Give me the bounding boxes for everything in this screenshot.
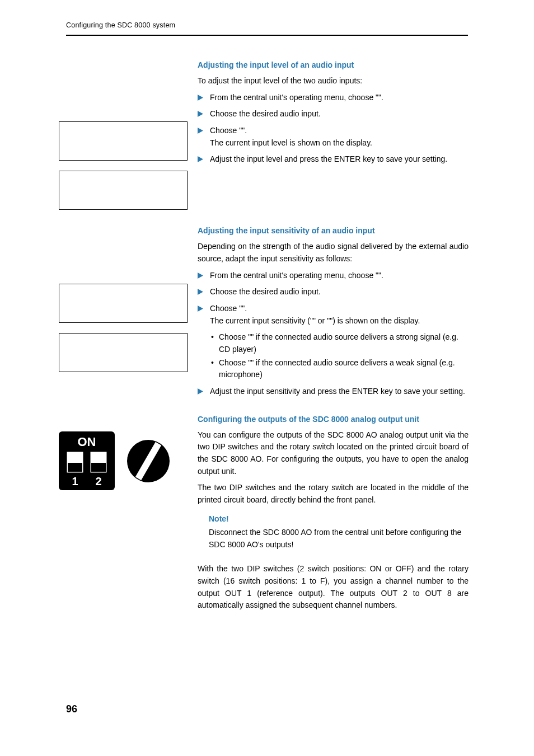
dip-rotary-svg: ON 1 2 0 1 2 3 4 5 6 7 8 9 A B C (59, 426, 182, 499)
step-item: Choose "".The current input sensitivity … (198, 303, 469, 327)
display-placeholder-4 (59, 333, 188, 372)
step-arrow-icon (198, 108, 210, 120)
bullet-icon: • (211, 331, 219, 355)
section-title-input-sensitivity: Adjusting the input sensitivity of an au… (198, 226, 469, 235)
step-item: Choose the desired audio input. (198, 108, 469, 120)
intro-text: To adjust the input level of the two aud… (198, 75, 469, 87)
svg-text:7: 7 (157, 481, 161, 490)
svg-text:E: E (127, 438, 132, 446)
step-arrow-icon (198, 92, 210, 104)
svg-rect-3 (68, 463, 82, 472)
section-title-input-level: Adjusting the input level of an audio in… (198, 60, 469, 69)
dip-on-label: ON (78, 435, 96, 449)
paragraph: You can configure the outputs of the SDC… (198, 429, 469, 478)
sub-text: Choose "" if the connected audio source … (219, 331, 469, 355)
step-item: From the central unit's operating menu, … (198, 92, 469, 104)
step-item: From the central unit's operating menu, … (198, 270, 469, 282)
step-text: Choose "".The current input level is sho… (210, 125, 469, 149)
step-arrow-icon (198, 153, 210, 166)
paragraph: The two DIP switches and the rotary swit… (198, 482, 469, 506)
svg-text:3: 3 (171, 446, 175, 454)
step-text: Choose the desired audio input. (210, 286, 469, 298)
step-text: Choose the desired audio input. (210, 108, 469, 120)
step-arrow-icon (198, 125, 210, 149)
step-arrow-icon (198, 386, 210, 398)
svg-text:C: C (119, 456, 124, 464)
display-placeholder-2 (59, 171, 188, 210)
step-arrow-icon (198, 303, 210, 327)
paragraph: With the two DIP switches (2 switch posi… (198, 563, 469, 612)
intro-text: Depending on the strength of the audio s… (198, 241, 469, 265)
svg-text:8: 8 (146, 483, 150, 491)
dip-label-2: 2 (95, 475, 101, 487)
svg-text:0: 0 (146, 429, 150, 438)
page-number: 96 (66, 703, 77, 715)
step-text: From the central unit's operating menu, … (210, 92, 469, 104)
running-header: Configuring the SDC 8000 system (66, 21, 175, 29)
section-title-configuring-outputs: Configuring the outputs of the SDC 8000 … (198, 415, 469, 424)
step-text: From the central unit's operating menu, … (210, 270, 469, 282)
sub-bullet: • Choose "" if the connected audio sourc… (211, 331, 469, 355)
sub-bullet: • Choose "" if the connected audio sourc… (211, 357, 469, 381)
svg-text:F: F (136, 431, 140, 440)
step-item: Adjust the input sensitivity and press t… (198, 386, 469, 398)
sub-text: Choose "" if the connected audio source … (219, 357, 469, 381)
dip-label-1: 1 (72, 475, 78, 487)
step-arrow-icon (198, 286, 210, 298)
svg-text:D: D (121, 446, 126, 454)
svg-text:A: A (127, 475, 132, 483)
step-text: Adjust the input sensitivity and press t… (210, 386, 469, 398)
svg-rect-4 (91, 463, 106, 472)
svg-text:9: 9 (136, 481, 140, 490)
svg-text:1: 1 (157, 431, 161, 440)
svg-text:5: 5 (171, 467, 175, 475)
svg-text:6: 6 (165, 475, 169, 483)
display-placeholder-1 (59, 121, 188, 161)
bullet-icon: • (211, 357, 219, 381)
step-text: Adjust the input level and press the ENT… (210, 153, 469, 166)
svg-text:4: 4 (173, 456, 177, 464)
svg-text:B: B (121, 467, 126, 475)
svg-text:2: 2 (165, 438, 169, 446)
display-placeholder-3 (59, 284, 188, 323)
step-item: Choose the desired audio input. (198, 286, 469, 298)
step-text: Choose "".The current input sensitivity … (210, 303, 469, 327)
header-rule (66, 35, 468, 36)
step-arrow-icon (198, 270, 210, 282)
dip-rotary-diagram: ON 1 2 0 1 2 3 4 5 6 7 8 9 A B C (59, 426, 182, 500)
step-item: Choose "".The current input level is sho… (198, 125, 469, 149)
note-heading: Note! (209, 514, 469, 523)
note-text: Disconnect the SDC 8000 AO from the cent… (209, 527, 469, 551)
step-item: Adjust the input level and press the ENT… (198, 153, 469, 166)
